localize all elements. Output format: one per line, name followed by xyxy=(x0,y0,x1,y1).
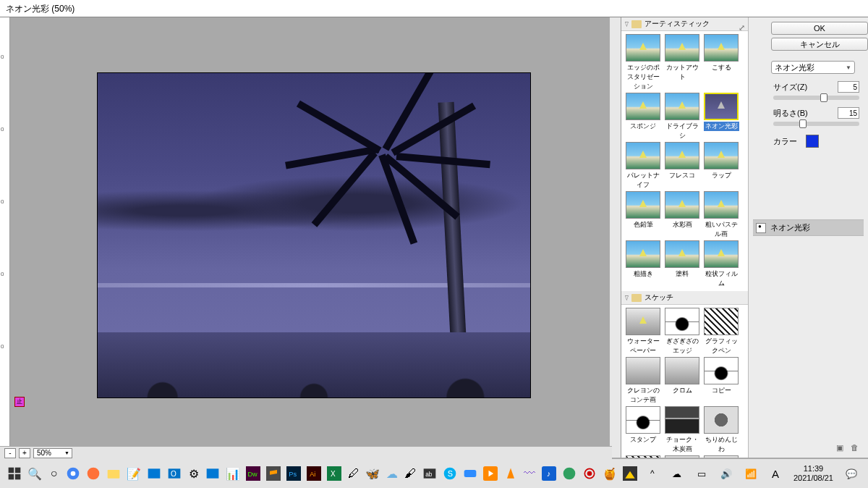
app-icon-4[interactable]: 〰 xyxy=(524,464,536,483)
illustrator-icon[interactable]: Ai xyxy=(307,464,321,483)
delete-layer-icon[interactable]: 🗑 xyxy=(849,443,859,453)
filter-item[interactable]: クレヨンのコンテ画 xyxy=(624,357,662,405)
globe-icon[interactable] xyxy=(562,464,576,483)
terminal-icon[interactable] xyxy=(205,464,220,483)
filter-name: こする xyxy=(712,64,731,71)
filter-item[interactable]: 粒状フィルム xyxy=(702,240,740,288)
zoom-level-select[interactable]: 50% ▼ xyxy=(33,448,72,458)
filter-item[interactable]: ドライブラシ xyxy=(663,93,701,140)
dreamweaver-icon[interactable]: Dw xyxy=(246,464,260,483)
filter-item[interactable]: 粗描き xyxy=(624,240,662,288)
param-brightness-input[interactable] xyxy=(838,107,859,119)
filter-item[interactable]: フレスコ xyxy=(663,142,701,190)
vlc-icon[interactable] xyxy=(503,464,518,483)
filter-item[interactable]: こする xyxy=(702,34,740,91)
notifications-icon[interactable]: 💬 xyxy=(842,464,861,483)
ok-button[interactable]: OK xyxy=(771,22,868,35)
filter-item[interactable]: ラップ xyxy=(702,142,740,190)
visibility-eye-icon[interactable] xyxy=(756,223,766,233)
param-size-input[interactable] xyxy=(838,81,859,93)
filter-item[interactable]: ちりめんじわ xyxy=(702,406,740,454)
vertical-scrollbar[interactable] xyxy=(610,17,621,458)
cloud-icon[interactable]: ☁ xyxy=(386,464,398,483)
sublime-icon[interactable] xyxy=(266,464,281,483)
app-icon-2[interactable]: 🖊 xyxy=(347,464,359,483)
param-brightness-slider[interactable] xyxy=(773,122,859,126)
zoom-out-button[interactable]: - xyxy=(4,448,16,458)
window-title: ネオン光彩 (50%) xyxy=(0,0,868,17)
category-artistic[interactable]: ▽ アーティスティック xyxy=(621,17,748,31)
outlook-icon[interactable]: O xyxy=(167,464,182,483)
butterfly-icon[interactable]: 🦋 xyxy=(365,464,380,483)
svg-point-31 xyxy=(587,471,592,476)
new-layer-icon[interactable]: ▣ xyxy=(835,443,845,453)
record-icon[interactable] xyxy=(582,464,597,483)
filter-item[interactable]: スタンプ xyxy=(624,406,662,454)
zoom-icon[interactable] xyxy=(463,464,477,483)
filter-item[interactable]: コピー xyxy=(702,357,740,405)
category-label: スケッチ xyxy=(644,293,673,303)
filter-item[interactable]: ネオン光彩 xyxy=(702,93,740,140)
color-swatch[interactable] xyxy=(806,135,819,148)
filter-item[interactable]: 水彩画 xyxy=(663,191,701,239)
explorer-icon[interactable] xyxy=(106,464,121,483)
filter-item[interactable]: グラフィックペン xyxy=(702,308,740,356)
filter-item[interactable]: ノート用紙 xyxy=(624,455,662,458)
filter-item[interactable]: プラスター xyxy=(702,455,740,458)
start-button[interactable] xyxy=(7,464,22,483)
media-player-icon[interactable] xyxy=(483,464,498,483)
skype-icon[interactable]: S xyxy=(443,464,457,483)
zoom-toggle-icon[interactable]: ⤢ xyxy=(739,23,745,33)
chrome-icon[interactable] xyxy=(66,464,80,483)
preview-canvas[interactable]: 止 xyxy=(10,17,621,458)
filter-name: パレットナイフ xyxy=(627,172,660,188)
windows-taskbar[interactable]: 🔍 ○ 📝 O ⚙ 📊 Dw Ps Ai X 🖊 🦋 ☁ 🖌 ab S 〰 ♪ … xyxy=(0,459,868,488)
excel-icon[interactable]: X xyxy=(327,464,341,483)
photoshop-icon[interactable]: Ps xyxy=(286,464,301,483)
filter-item[interactable]: チョーク・木炭画 xyxy=(663,406,701,454)
category-sketch[interactable]: ▽ スケッチ xyxy=(621,291,748,305)
filter-item[interactable]: スポンジ xyxy=(624,93,662,140)
app-icon-1[interactable]: 📊 xyxy=(226,464,240,483)
app-icon-6[interactable] xyxy=(623,464,637,483)
music-icon[interactable]: ♪ xyxy=(542,464,556,483)
cortana-icon[interactable]: ○ xyxy=(48,464,60,483)
filter-item[interactable]: エッジのポスタリゼーション xyxy=(624,34,662,91)
filter-item[interactable]: ぎざぎざのエッジ xyxy=(663,308,701,356)
effect-layer-item[interactable]: ネオン光彩 xyxy=(753,220,864,235)
filter-item[interactable]: ハーフトーンパターン xyxy=(663,455,701,458)
settings-icon[interactable]: ⚙ xyxy=(187,464,200,483)
ime-a-icon[interactable]: A xyxy=(766,464,785,483)
filter-item[interactable]: クロム xyxy=(663,357,701,405)
filter-item[interactable]: カットアウト xyxy=(663,34,701,91)
onedrive-tray-icon[interactable]: ☁ xyxy=(668,464,686,483)
svg-rect-1 xyxy=(15,468,21,474)
filter-item[interactable]: 粗いパステル画 xyxy=(702,191,740,239)
filter-thumbnail xyxy=(665,357,699,384)
tray-expand-icon[interactable]: ^ xyxy=(643,464,662,483)
app-icon-5[interactable]: 🍯 xyxy=(603,464,617,483)
filter-item[interactable]: 塗料 xyxy=(663,240,701,288)
search-icon[interactable]: 🔍 xyxy=(27,464,42,483)
chevron-down-icon: ▼ xyxy=(64,450,69,455)
filter-item[interactable]: 色鉛筆 xyxy=(624,191,662,239)
svg-rect-25 xyxy=(464,470,476,477)
brush-icon[interactable]: 🖌 xyxy=(404,464,417,483)
taskbar-clock[interactable]: 11:39 2021/08/21 xyxy=(793,464,833,483)
zoom-in-button[interactable]: + xyxy=(19,448,30,458)
wifi-tray-icon[interactable]: 📶 xyxy=(741,464,760,483)
svg-text:Ps: Ps xyxy=(289,471,297,478)
param-size-slider[interactable] xyxy=(773,96,859,100)
dropdown-value: ネオン光彩 xyxy=(775,62,814,73)
volume-tray-icon[interactable]: 🔊 xyxy=(717,464,736,483)
vertical-ruler: 0 0 0 0 0 xyxy=(0,17,10,458)
firefox-icon[interactable] xyxy=(86,464,101,483)
cancel-button[interactable]: キャンセル xyxy=(771,38,868,51)
photos-icon[interactable] xyxy=(147,464,161,483)
filter-item[interactable]: パレットナイフ xyxy=(624,142,662,190)
battery-tray-icon[interactable]: ▭ xyxy=(692,464,711,483)
notes-icon[interactable]: 📝 xyxy=(127,464,141,483)
app-icon-3[interactable]: ab xyxy=(422,464,437,483)
filter-select-dropdown[interactable]: ネオン光彩 ▼ xyxy=(771,61,855,74)
filter-item[interactable]: ウォーターペーパー xyxy=(624,308,662,356)
